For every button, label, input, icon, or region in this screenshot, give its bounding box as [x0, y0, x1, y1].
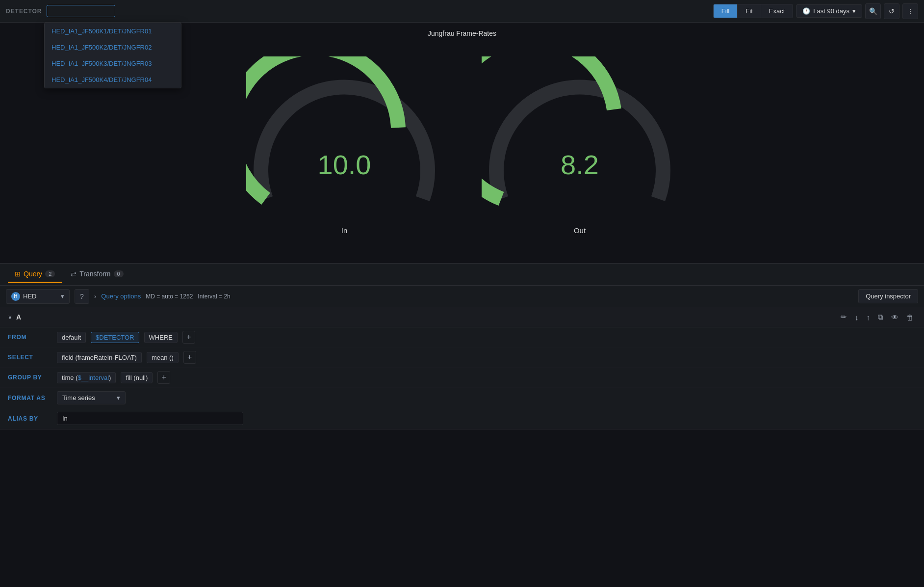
from-label: FROM [8, 334, 52, 341]
dropdown-item-2[interactable]: HED_IA1_JF500K3/DET/JNGFR03 [45, 55, 181, 72]
group-by-fill-tag[interactable]: fill (null) [121, 372, 153, 383]
select-label: SELECT [8, 354, 52, 361]
alias-by-input[interactable] [57, 412, 243, 425]
chevron-down-icon: ▾ [852, 7, 856, 15]
from-add-button[interactable]: + [182, 331, 195, 344]
format-as-value: Time series [62, 394, 95, 401]
time-range-label: Last 90 days [813, 7, 849, 15]
delete-button[interactable]: 🗑 [904, 312, 916, 323]
gauge-left-svg: 10.0 [246, 56, 442, 223]
datasource-select[interactable]: H HED ▾ [6, 289, 70, 304]
collapse-icon[interactable]: ∨ [8, 314, 12, 320]
refresh-button[interactable]: ↺ [884, 3, 899, 19]
tab-query-label: Query [24, 270, 42, 278]
tab-transform-label: Transform [79, 270, 110, 278]
expand-icon: › [94, 293, 96, 300]
panel-title: Jungfrau Frame-Rates [428, 23, 496, 37]
interval-var: $__interval [78, 374, 109, 381]
datasource-name: HED [23, 293, 36, 300]
detector-label: DETECTOR [6, 8, 42, 15]
zoom-button[interactable]: 🔍 [865, 3, 881, 19]
from-var-tag[interactable]: $DETECTOR [91, 332, 139, 343]
gauges-row: 10.0 In 8.2 Out [246, 37, 678, 263]
group-by-label: GROUP BY [8, 374, 52, 381]
format-as-row: FORMAT AS Time series ▾ [0, 388, 924, 408]
from-row: FROM default $DETECTOR WHERE + [0, 327, 924, 347]
edit-button[interactable]: ✏ [838, 311, 849, 323]
group-by-row: GROUP BY time ($__interval) fill (null) … [0, 368, 924, 388]
tab-query[interactable]: ⊞ Query 2 [8, 266, 62, 283]
tab-transform[interactable]: ⇄ Transform 0 [64, 266, 130, 283]
group-by-time-tag[interactable]: time ($__interval) [57, 372, 116, 383]
visibility-button[interactable]: 👁 [889, 312, 901, 323]
query-inspector-button[interactable]: Query inspector [858, 289, 918, 303]
select-add-button[interactable]: + [183, 351, 196, 364]
query-block-a: ∨ A ✏ ↓ ↑ ⧉ 👁 🗑 FROM default $DETECTOR W… [0, 307, 924, 429]
select-field-tag[interactable]: field (frameRateIn-FLOAT) [57, 352, 142, 363]
query-block-header: ∨ A ✏ ↓ ↑ ⧉ 👁 🗑 [0, 307, 924, 327]
db-icon: ⊞ [15, 270, 21, 278]
tabs-bar: ⊞ Query 2 ⇄ Transform 0 [0, 263, 924, 286]
from-db-tag[interactable]: default [57, 332, 86, 343]
group-by-add-button[interactable]: + [157, 371, 170, 384]
gauge-right-svg: 8.2 [482, 56, 678, 223]
svg-text:10.0: 10.0 [318, 149, 371, 180]
move-up-button[interactable]: ↑ [864, 312, 873, 323]
format-as-label: FORMAT AS [8, 395, 52, 401]
detector-input[interactable] [47, 5, 115, 17]
where-tag[interactable]: WHERE [144, 332, 178, 343]
format-as-select[interactable]: Time series ▾ [57, 391, 126, 404]
gauge-left: 10.0 In [246, 56, 442, 235]
datasource-icon: H [11, 292, 20, 301]
clock-icon: 🕐 [802, 7, 810, 15]
query-letter: A [16, 313, 21, 321]
alias-by-label: ALIAS BY [8, 415, 52, 422]
gauge-right: 8.2 Out [482, 56, 678, 235]
fit-button[interactable]: Fit [738, 4, 761, 18]
toolbar-right: Fill Fit Exact 🕐 Last 90 days ▾ 🔍 ↺ ⋮ [713, 3, 918, 19]
interval-meta: Interval = 2h [198, 293, 230, 300]
alias-by-row: ALIAS BY [0, 408, 924, 429]
duplicate-button[interactable]: ⧉ [875, 311, 886, 323]
time-range-button[interactable]: 🕐 Last 90 days ▾ [796, 4, 862, 18]
detector-dropdown: HED_IA1_JF500K1/DET/JNGFR01 HED_IA1_JF50… [44, 23, 181, 88]
toolbar: DETECTOR Fill Fit Exact 🕐 Last 90 days ▾… [0, 0, 924, 23]
move-down-button[interactable]: ↓ [852, 312, 861, 323]
menu-button[interactable]: ⋮ [902, 3, 918, 19]
dropdown-item-0[interactable]: HED_IA1_JF500K1/DET/JNGFR01 [45, 23, 181, 39]
query-options-link[interactable]: Query options [101, 293, 141, 300]
md-meta: MD = auto = 1252 [146, 293, 193, 300]
info-button[interactable]: ? [75, 289, 89, 304]
gauge-right-label: Out [574, 226, 586, 235]
svg-text:8.2: 8.2 [561, 149, 599, 180]
dropdown-item-1[interactable]: HED_IA1_JF500K2/DET/JNGFR02 [45, 39, 181, 55]
query-actions: ✏ ↓ ↑ ⧉ 👁 🗑 [838, 311, 916, 323]
gauge-left-label: In [341, 226, 348, 235]
query-options-bar: H HED ▾ ? › Query options MD = auto = 12… [0, 286, 924, 307]
view-mode-group: Fill Fit Exact [713, 4, 794, 18]
dropdown-item-3[interactable]: HED_IA1_JF500K4/DET/JNGFR04 [45, 72, 181, 88]
select-fn-tag[interactable]: mean () [147, 352, 179, 363]
transform-icon: ⇄ [71, 270, 77, 278]
format-chevron-icon: ▾ [117, 394, 120, 401]
exact-button[interactable]: Exact [761, 4, 793, 18]
select-row: SELECT field (frameRateIn-FLOAT) mean ()… [0, 347, 924, 368]
fill-button[interactable]: Fill [714, 4, 738, 18]
chevron-down-icon: ▾ [61, 293, 64, 300]
query-badge: 2 [45, 270, 55, 277]
transform-badge: 0 [114, 270, 124, 277]
